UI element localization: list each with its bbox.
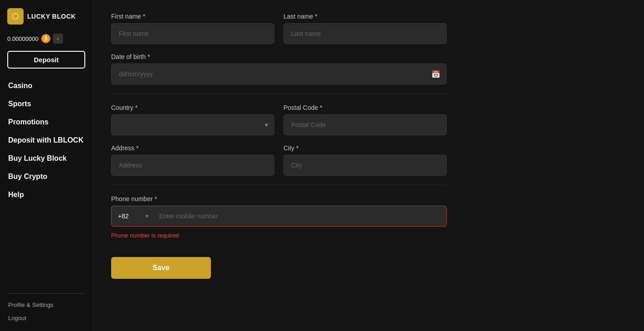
sidebar-item-deposit-lblock[interactable]: Deposit with LBLOCK — [0, 131, 93, 149]
postal-code-group: Postal Code * — [283, 104, 447, 135]
sidebar-item-buy-crypto[interactable]: Buy Crypto — [0, 168, 93, 186]
phone-error-message: Phone number is required — [111, 232, 447, 239]
country-select-wrapper: ▾ — [111, 114, 274, 135]
sidebar-item-casino[interactable]: Casino — [0, 77, 93, 95]
dob-label: Date of birth * — [111, 53, 447, 60]
logo-icon: ⬡ — [7, 8, 24, 25]
country-select[interactable] — [111, 114, 274, 135]
save-button[interactable]: Save — [111, 257, 211, 279]
postal-code-label: Postal Code * — [283, 104, 447, 111]
logo-text: LUCKY BLOCK — [27, 13, 76, 20]
nav-menu: Casino Sports Promotions Deposit with LB… — [0, 75, 93, 206]
dob-input-wrapper: 📅 — [111, 64, 447, 84]
phone-input-row: +82 +1 +44 +81 ▾ — [111, 206, 447, 227]
phone-group: Phone number * +82 +1 +44 +81 ▾ Phone nu… — [111, 195, 447, 239]
deposit-button[interactable]: Deposit — [7, 51, 85, 69]
dob-input[interactable] — [111, 64, 447, 84]
address-input[interactable] — [111, 155, 274, 176]
postal-code-input[interactable] — [283, 114, 447, 135]
main-content: First name * Last name * Date of birth *… — [93, 0, 644, 331]
section-divider-1 — [111, 94, 447, 94]
sidebar-footer: Profile & Settings Logout — [0, 284, 93, 331]
city-label: City * — [283, 144, 447, 152]
form-container: First name * Last name * Date of birth *… — [93, 0, 465, 297]
country-label: Country * — [111, 104, 274, 111]
sidebar-item-help[interactable]: Help — [0, 186, 93, 204]
last-name-input[interactable] — [283, 23, 447, 44]
logout-link[interactable]: Logout — [0, 311, 93, 325]
country-group: Country * ▾ — [111, 104, 274, 135]
dob-group: Date of birth * 📅 — [111, 53, 447, 84]
section-divider-2 — [111, 185, 447, 185]
first-name-input[interactable] — [111, 23, 274, 44]
sidebar-divider — [7, 293, 85, 294]
city-group: City * — [283, 144, 447, 176]
sidebar-item-sports[interactable]: Sports — [0, 95, 93, 113]
balance-expand-button[interactable]: › — [53, 34, 63, 44]
balance-row: 0.00000000 ₿ › — [0, 31, 93, 49]
address-city-row: Address * City * — [111, 144, 447, 176]
phone-number-input[interactable] — [152, 206, 447, 227]
phone-label: Phone number * — [111, 195, 447, 203]
balance-amount: 0.00000000 — [7, 35, 39, 42]
phone-row: Phone number * +82 +1 +44 +81 ▾ Phone nu… — [111, 195, 447, 239]
phone-code-select[interactable]: +82 +1 +44 +81 — [111, 206, 152, 227]
address-group: Address * — [111, 144, 274, 176]
sidebar: ⬡ LUCKY BLOCK 0.00000000 ₿ › Deposit Cas… — [0, 0, 93, 331]
dob-row: Date of birth * 📅 — [111, 53, 447, 84]
country-postal-row: Country * ▾ Postal Code * — [111, 104, 447, 135]
city-input[interactable] — [283, 155, 447, 176]
last-name-group: Last name * — [283, 13, 447, 44]
first-name-group: First name * — [111, 13, 274, 44]
profile-settings-link[interactable]: Profile & Settings — [0, 298, 93, 311]
sidebar-item-buy-lucky-block[interactable]: Buy Lucky Block — [0, 149, 93, 168]
phone-code-wrapper: +82 +1 +44 +81 ▾ — [111, 206, 152, 227]
address-label: Address * — [111, 144, 274, 152]
sidebar-item-promotions[interactable]: Promotions — [0, 113, 93, 131]
btc-icon: ₿ — [41, 34, 50, 43]
last-name-label: Last name * — [283, 13, 447, 20]
logo-area: ⬡ LUCKY BLOCK — [0, 0, 93, 31]
first-name-label: First name * — [111, 13, 274, 20]
name-row: First name * Last name * — [111, 13, 447, 44]
